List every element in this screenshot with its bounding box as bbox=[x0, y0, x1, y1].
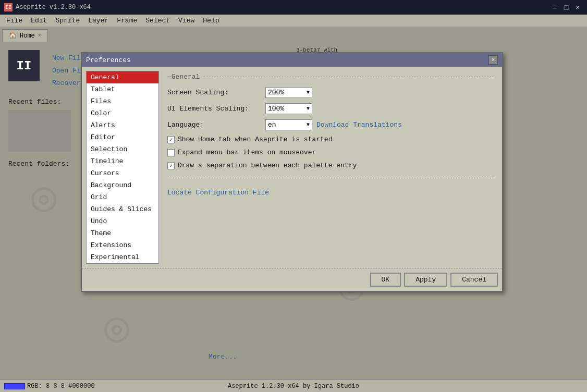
screen-scaling-arrow: ▼ bbox=[307, 90, 310, 95]
title-bar-left: II Aseprite v1.2.30-x64 bbox=[4, 3, 91, 11]
status-indicator bbox=[4, 383, 25, 389]
show-home-tab-checkbox[interactable] bbox=[167, 136, 175, 143]
section-divider bbox=[204, 77, 494, 77]
dialog-close-button[interactable]: × bbox=[488, 55, 498, 65]
ui-scaling-select[interactable]: 100% ▼ bbox=[265, 103, 312, 114]
download-translations-link[interactable]: Download Translations bbox=[316, 121, 402, 129]
cancel-button[interactable]: Cancel bbox=[450, 273, 498, 287]
pref-item-theme[interactable]: Theme bbox=[87, 227, 158, 239]
screen-scaling-label: Screen Scaling: bbox=[167, 89, 261, 96]
tab-close-button[interactable]: × bbox=[38, 33, 41, 39]
dialog-titlebar: Preferences × bbox=[82, 53, 502, 67]
screen-scaling-value: 200% bbox=[268, 89, 284, 96]
dialog-body: General Tablet Files Color Alerts Editor… bbox=[82, 67, 502, 268]
apply-button[interactable]: Apply bbox=[404, 273, 447, 287]
preferences-dialog: Preferences × General Tablet Files Color… bbox=[81, 52, 503, 292]
dialog-footer: OK Apply Cancel bbox=[82, 268, 502, 291]
home-icon: 🏠 bbox=[9, 32, 17, 40]
menu-help[interactable]: Help bbox=[199, 16, 223, 26]
show-home-tab-label: Show Home tab when Aseprite is started bbox=[178, 136, 332, 143]
locate-config-link[interactable]: Locate Configuration File bbox=[167, 189, 269, 197]
maximize-button[interactable]: □ bbox=[561, 2, 571, 13]
screen-scaling-select[interactable]: 200% ▼ bbox=[265, 87, 312, 98]
pref-item-experimental[interactable]: Experimental bbox=[87, 251, 158, 263]
pref-item-guides-slices[interactable]: Guides & Slices bbox=[87, 203, 158, 215]
app-title: Aseprite v1.2.30-x64 bbox=[16, 4, 91, 11]
menu-select[interactable]: Select bbox=[141, 16, 174, 26]
app-icon-text: II bbox=[5, 5, 11, 10]
preferences-content: —General Screen Scaling: 200% ▼ UI Eleme… bbox=[163, 71, 498, 264]
language-select[interactable]: en ▼ bbox=[265, 119, 312, 130]
checkbox2-row: Expand menu bar items on mouseover bbox=[167, 149, 494, 156]
screen-scaling-row: Screen Scaling: 200% ▼ bbox=[167, 87, 494, 98]
app-icon: II bbox=[4, 3, 13, 11]
menu-file[interactable]: File bbox=[2, 16, 27, 26]
close-button[interactable]: × bbox=[572, 2, 583, 13]
home-tab[interactable]: 🏠 Home × bbox=[2, 29, 48, 42]
pref-item-extensions[interactable]: Extensions bbox=[87, 239, 158, 251]
status-text: Aseprite 1.2.30-x64 by Igara Studio bbox=[228, 383, 359, 390]
tab-bar: 🏠 Home × bbox=[0, 27, 587, 42]
language-row: Language: en ▼ Download Translations bbox=[167, 119, 494, 130]
status-bar-left: RGB: 8 8 8 #000000 bbox=[4, 383, 95, 390]
tab-label: Home bbox=[20, 32, 35, 40]
pref-item-timeline[interactable]: Timeline bbox=[87, 155, 158, 167]
pref-item-alerts[interactable]: Alerts bbox=[87, 119, 158, 131]
ui-scaling-value: 100% bbox=[268, 105, 284, 113]
section-title: —General bbox=[167, 73, 200, 81]
expand-menu-bar-checkbox[interactable] bbox=[167, 149, 175, 156]
locate-config-section: Locate Configuration File bbox=[167, 178, 494, 197]
menu-bar: File Edit Sprite Layer Frame Select View… bbox=[0, 15, 587, 27]
dialog-title: Preferences bbox=[86, 56, 131, 64]
preferences-sidebar: General Tablet Files Color Alerts Editor… bbox=[86, 71, 159, 264]
dialog-overlay: Preferences × General Tablet Files Color… bbox=[0, 42, 587, 392]
window-controls: – □ × bbox=[549, 2, 583, 13]
language-label: Language: bbox=[167, 121, 261, 129]
pref-item-general[interactable]: General bbox=[87, 71, 158, 83]
ui-scaling-row: UI Elements Scaling: 100% ▼ bbox=[167, 103, 494, 114]
language-arrow: ▼ bbox=[307, 122, 310, 128]
expand-menu-bar-label: Expand menu bar items on mouseover bbox=[178, 149, 316, 156]
pref-item-color[interactable]: Color bbox=[87, 107, 158, 119]
menu-edit[interactable]: Edit bbox=[27, 16, 51, 26]
minimize-button[interactable]: – bbox=[549, 2, 560, 13]
main-area: II New File... Open File... Recover File… bbox=[0, 42, 587, 392]
language-value: en bbox=[268, 121, 276, 129]
checkbox3-row: Draw a separation between each palette e… bbox=[167, 162, 494, 169]
menu-frame[interactable]: Frame bbox=[113, 16, 141, 26]
draw-separation-label: Draw a separation between each palette e… bbox=[178, 162, 357, 169]
menu-sprite[interactable]: Sprite bbox=[51, 16, 84, 26]
menu-view[interactable]: View bbox=[174, 16, 199, 26]
pref-item-cursors[interactable]: Cursors bbox=[87, 167, 158, 179]
pref-item-selection[interactable]: Selection bbox=[87, 143, 158, 155]
checkbox1-row: Show Home tab when Aseprite is started bbox=[167, 136, 494, 143]
pref-item-grid[interactable]: Grid bbox=[87, 191, 158, 203]
section-header: —General bbox=[167, 73, 494, 81]
ok-button[interactable]: OK bbox=[370, 273, 401, 287]
ui-scaling-arrow: ▼ bbox=[307, 106, 310, 112]
pref-item-background[interactable]: Background bbox=[87, 179, 158, 191]
pref-item-files[interactable]: Files bbox=[87, 95, 158, 107]
ui-scaling-label: UI Elements Scaling: bbox=[167, 105, 261, 113]
title-bar: II Aseprite v1.2.30-x64 – □ × bbox=[0, 0, 587, 15]
menu-layer[interactable]: Layer bbox=[84, 16, 113, 26]
pref-item-undo[interactable]: Undo bbox=[87, 215, 158, 227]
pref-item-editor[interactable]: Editor bbox=[87, 131, 158, 143]
status-bar: RGB: 8 8 8 #000000 Aseprite 1.2.30-x64 b… bbox=[0, 379, 587, 392]
pref-item-tablet[interactable]: Tablet bbox=[87, 83, 158, 95]
status-coords: RGB: 8 8 8 #000000 bbox=[27, 383, 95, 390]
draw-separation-checkbox[interactable] bbox=[167, 162, 175, 169]
